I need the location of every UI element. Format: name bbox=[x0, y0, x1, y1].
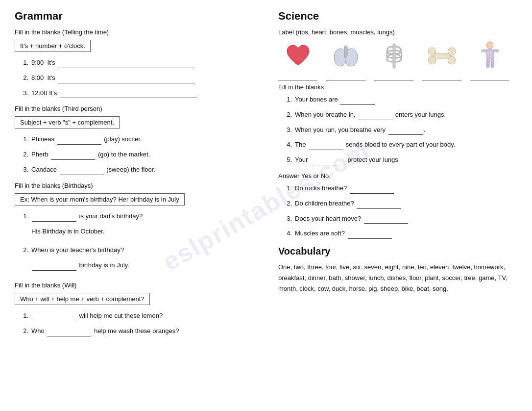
science-title: Science bbox=[278, 10, 517, 23]
blank bbox=[348, 232, 392, 239]
telling-time-label: Fill in the blanks (Telling the time) bbox=[15, 28, 254, 36]
birthdays-list: 1. is your dad's birthday? His Birthday … bbox=[20, 211, 254, 275]
img-heart bbox=[278, 40, 317, 80]
lungs-label-line bbox=[326, 74, 365, 80]
blank bbox=[311, 158, 345, 165]
yes-no-label: Answer Yes or No. bbox=[278, 172, 517, 180]
blank bbox=[358, 113, 392, 120]
list-item: 1. Your bones are bbox=[283, 95, 517, 105]
list-item: 2. 8:00 It's bbox=[20, 73, 254, 83]
svg-point-6 bbox=[428, 56, 436, 64]
telling-time-formula: It's + number + o'clock. bbox=[15, 40, 91, 52]
list-item: 3. 12:00 It's bbox=[20, 88, 254, 99]
muscles-icon bbox=[473, 40, 507, 72]
birthdays-formula: Ex: When is your mom's birthday? Her bir… bbox=[15, 193, 185, 206]
blank bbox=[58, 61, 195, 68]
third-person-label: Fill in the blanks (Third person) bbox=[15, 105, 254, 112]
yes-no-list: 1. Do rocks breathe? 2. Do children brea… bbox=[283, 183, 517, 239]
birthdays-section: Fill in the blanks (Birthdays) Ex: When … bbox=[15, 182, 254, 275]
ribs-label-line bbox=[374, 74, 413, 80]
svg-point-8 bbox=[448, 56, 456, 64]
telling-time-section: Fill in the blanks (Telling the time) It… bbox=[15, 28, 254, 98]
list-item: 5. Your protect your lungs. bbox=[283, 155, 517, 165]
blank bbox=[32, 264, 76, 271]
grammar-title: Grammar bbox=[15, 10, 254, 23]
svg-rect-2 bbox=[344, 46, 347, 57]
will-label: Fill in the blanks (Will) bbox=[15, 282, 254, 289]
page: Grammar Fill in the blanks (Telling the … bbox=[15, 10, 517, 343]
list-item: 4. Muscles are soft? bbox=[283, 229, 517, 239]
list-item: 1. will help me cut these lemon? bbox=[20, 311, 254, 321]
list-item: 2. When is your teacher's birthday? birt… bbox=[20, 245, 254, 275]
heart-label-line bbox=[278, 74, 317, 80]
blank bbox=[47, 330, 91, 336]
yes-no-section: Answer Yes or No. 1. Do rocks breathe? 2… bbox=[278, 172, 517, 239]
blank bbox=[340, 98, 375, 105]
third-person-list: 1. Phineas (play) soccer. 2. Pherb (go) … bbox=[20, 134, 254, 175]
svg-rect-13 bbox=[486, 59, 489, 68]
blank bbox=[58, 77, 195, 83]
lungs-icon bbox=[329, 40, 363, 72]
img-bone bbox=[422, 40, 461, 80]
blank bbox=[309, 143, 343, 150]
list-item: 1. Phineas (play) soccer. bbox=[20, 134, 254, 145]
bone-label-line bbox=[422, 74, 461, 80]
vocabulary-title: Vocabulary bbox=[278, 246, 517, 257]
list-item: 1. Do rocks breathe? bbox=[283, 183, 517, 194]
img-ribs bbox=[374, 40, 413, 80]
third-person-formula: Subject + verb "s" + complement. bbox=[15, 116, 120, 128]
list-item: 2. Pherb (go) to the market. bbox=[20, 150, 254, 160]
blank bbox=[388, 128, 423, 135]
blank bbox=[357, 202, 401, 209]
svg-rect-3 bbox=[393, 44, 395, 68]
svg-rect-14 bbox=[491, 59, 494, 68]
svg-point-9 bbox=[486, 42, 493, 49]
right-column: Science Label (ribs, heart, bones, muscl… bbox=[273, 10, 517, 343]
science-fill-label: Fill in the blanks bbox=[278, 83, 517, 91]
list-item: 1. 9:00 It's bbox=[20, 58, 254, 68]
list-item: 3. Does your heart move? bbox=[283, 214, 517, 224]
muscles-label-line bbox=[470, 74, 509, 80]
img-lungs bbox=[326, 40, 365, 80]
blank bbox=[350, 187, 394, 194]
svg-point-7 bbox=[448, 48, 456, 55]
list-item: 2. When you breathe in, enters your lung… bbox=[283, 110, 517, 120]
blank bbox=[57, 138, 101, 145]
svg-point-5 bbox=[428, 48, 436, 55]
list-item: 3. When you run, you breathe very . bbox=[283, 125, 517, 135]
blank bbox=[60, 91, 197, 98]
img-muscles bbox=[470, 40, 509, 80]
list-item: 4. The sends blood to every part of your… bbox=[283, 140, 517, 150]
heart-icon bbox=[281, 40, 315, 72]
will-list: 1. will help me cut these lemon? 2. Who … bbox=[20, 311, 254, 336]
science-fill-list: 1. Your bones are 2. When you breathe in… bbox=[283, 95, 517, 165]
ribs-icon bbox=[377, 40, 411, 72]
blank bbox=[364, 217, 408, 224]
list-item: 3. Candace (sweep) the floor. bbox=[20, 165, 254, 175]
telling-time-list: 1. 9:00 It's 2. 8:00 It's 3. 12:00 It's bbox=[20, 58, 254, 98]
svg-rect-11 bbox=[482, 50, 486, 52]
birthdays-label: Fill in the blanks (Birthdays) bbox=[15, 182, 254, 189]
list-item: 2. Do children breathe? bbox=[283, 199, 517, 209]
body-images-row bbox=[278, 40, 517, 80]
grammar-section: Grammar Fill in the blanks (Telling the … bbox=[15, 10, 259, 343]
svg-rect-12 bbox=[494, 50, 499, 52]
vocabulary-text: One, two, three, four, five, six, seven,… bbox=[278, 262, 517, 294]
vocabulary-section: Vocabulary One, two, three, four, five, … bbox=[278, 246, 517, 294]
svg-rect-10 bbox=[486, 49, 494, 59]
blank bbox=[51, 153, 95, 160]
label-instruction: Label (ribs, heart, bones, muscles, lung… bbox=[278, 28, 517, 36]
blank bbox=[32, 314, 76, 321]
will-section: Fill in the blanks (Will) Who + will + h… bbox=[15, 282, 254, 336]
bone-icon bbox=[425, 40, 459, 72]
third-person-section: Fill in the blanks (Third person) Subjec… bbox=[15, 105, 254, 175]
science-fill-blanks: Fill in the blanks 1. Your bones are 2. … bbox=[278, 83, 517, 165]
svg-rect-4 bbox=[433, 53, 451, 58]
list-item: 1. is your dad's birthday? His Birthday … bbox=[20, 211, 254, 241]
list-item: 2. Who help me wash these oranges? bbox=[20, 326, 254, 336]
will-formula: Who + will + help me + verb + complement… bbox=[15, 293, 150, 305]
blank bbox=[32, 215, 76, 222]
blank bbox=[60, 168, 104, 175]
